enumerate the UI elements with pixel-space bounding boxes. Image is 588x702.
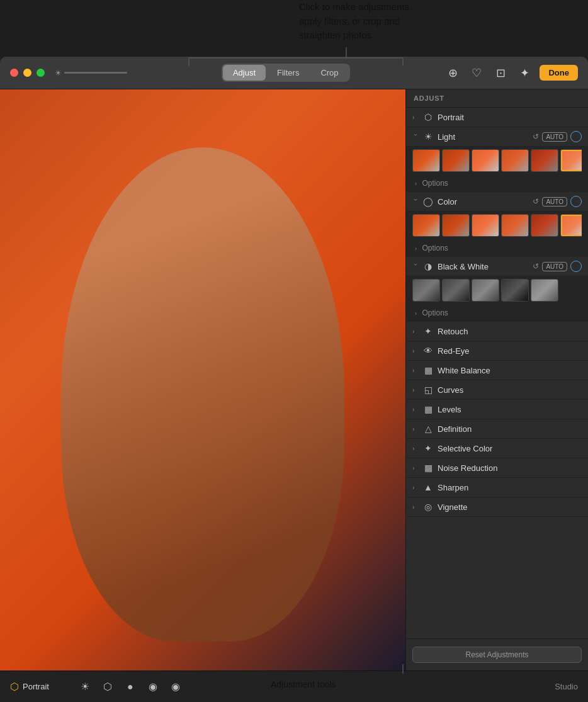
enhance-icon[interactable]: ✦ [516,64,533,82]
light-thumb-4[interactable] [501,149,529,172]
color-controls: ↺ AUTO [533,196,582,207]
done-button[interactable]: Done [540,65,578,81]
tab-filters[interactable]: Filters [267,65,309,81]
sidebar-item-selective-color[interactable]: › ✦ Selective Color [406,439,588,458]
brightness-slider-area: ☀ [55,69,127,77]
chevron-bw: › [412,263,419,269]
sidebar-item-vignette[interactable]: › ◎ Vignette [406,497,588,517]
chevron-curves: › [412,387,419,393]
color-thumb-5[interactable] [531,214,558,237]
light-label: Light [438,132,533,142]
bw-icon: ◑ [422,261,434,272]
color-auto-badge[interactable]: AUTO [542,197,567,207]
light-icon: ☀ [422,131,434,142]
sidebar: ADJUST › ⬡ Portrait › ☀ Light ↺ AUTO [405,89,588,671]
sidebar-item-color[interactable]: › ◯ Color ↺ AUTO [406,192,588,212]
sidebar-item-white-balance[interactable]: › ▦ White Balance [406,361,588,380]
sidebar-item-portrait[interactable]: › ⬡ Portrait [406,108,588,127]
heart-icon[interactable]: ♡ [468,64,485,82]
noise-reduction-label: Noise Reduction [438,463,582,473]
sidebar-item-sharpen[interactable]: › ▲ Sharpen [406,478,588,497]
sun-tool-icon[interactable]: ☀ [78,680,92,694]
light-options-label[interactable]: Options [422,179,448,188]
bw-thumbnails [406,276,588,304]
light-thumb-5[interactable] [531,149,558,172]
curves-label: Curves [438,385,582,395]
chevron-red-eye: › [412,348,419,354]
share-icon[interactable]: ⊡ [492,64,509,82]
content-area: ADJUST › ⬡ Portrait › ☀ Light ↺ AUTO [0,89,588,671]
tab-crop[interactable]: Crop [310,65,348,81]
bw-thumb-1[interactable] [412,279,440,302]
reset-adjustments-button[interactable]: Reset Adjustments [412,647,582,663]
tab-adjust[interactable]: Adjust [223,65,266,81]
levels-label: Levels [438,405,582,414]
light-toggle[interactable] [570,131,582,142]
selective-color-icon: ✦ [422,443,434,454]
chevron-portrait: › [412,114,419,121]
white-balance-icon: ▦ [422,365,434,376]
light-thumb-3[interactable] [472,149,499,172]
brightness-slider[interactable] [64,72,127,74]
color-thumb-3[interactable] [472,214,499,237]
portrait-face [61,147,345,642]
photo-display [0,89,405,671]
light-thumb-6[interactable] [560,149,582,172]
sidebar-item-red-eye[interactable]: › 👁 Red-Eye [406,341,588,361]
sidebar-item-bw[interactable]: › ◑ Black & White ↺ AUTO [406,257,588,276]
minimize-button[interactable] [23,69,31,77]
more-options-icon[interactable]: ⊕ [444,64,461,82]
vignette-label: Vignette [438,502,582,512]
chevron-light: › [412,133,419,140]
bw-controls: ↺ AUTO [533,261,582,272]
light-thumbnails [406,147,588,174]
circle-tool-1-icon[interactable]: ● [123,680,137,694]
color-thumb-4[interactable] [501,214,529,237]
chevron-white-balance: › [412,367,419,374]
color-label: Color [438,197,533,207]
bw-options-label[interactable]: Options [422,309,448,317]
circle-tool-2-icon[interactable]: ◉ [146,680,160,694]
traffic-lights [10,69,45,77]
close-button[interactable] [10,69,18,77]
sidebar-item-definition[interactable]: › △ Definition [406,419,588,439]
maximize-button[interactable] [37,69,45,77]
color-thumb-1[interactable] [412,214,440,237]
reset-bw-icon[interactable]: ↺ [533,262,539,271]
reset-color-icon[interactable]: ↺ [533,197,539,206]
portrait-label-text: Portrait [438,113,582,122]
sidebar-header: ADJUST [406,89,588,108]
circle-tool-3-icon[interactable]: ◉ [169,680,183,694]
sidebar-item-noise-reduction[interactable]: › ▦ Noise Reduction [406,458,588,478]
sharpen-label: Sharpen [438,483,582,492]
bw-thumb-row [412,279,582,302]
portrait-mode-label: ⬡ Portrait [10,681,49,693]
light-thumb-2[interactable] [442,149,470,172]
color-options-label[interactable]: Options [422,244,448,252]
color-thumb-2[interactable] [442,214,470,237]
sidebar-item-retouch[interactable]: › ✦ Retouch [406,322,588,341]
light-auto-badge[interactable]: AUTO [542,132,567,142]
color-options-row: › Options [406,239,588,257]
bw-thumb-2[interactable] [442,279,470,302]
bw-options-row: › Options [406,304,588,322]
bw-thumb-3[interactable] [472,279,499,302]
sidebar-item-light[interactable]: › ☀ Light ↺ AUTO [406,127,588,147]
chevron-vignette: › [412,504,419,511]
light-thumb-1[interactable] [412,149,440,172]
color-thumb-6[interactable] [560,214,582,237]
sidebar-item-levels[interactable]: › ▦ Levels [406,400,588,419]
bw-toggle[interactable] [570,261,582,272]
bw-thumb-4[interactable] [501,279,529,302]
levels-icon: ▦ [422,404,434,415]
reset-light-icon[interactable]: ↺ [533,132,539,141]
sidebar-item-curves[interactable]: › ◱ Curves [406,380,588,400]
color-toggle[interactable] [570,196,582,207]
bw-thumb-5[interactable] [531,279,558,302]
cube-tool-icon[interactable]: ⬡ [101,680,115,694]
light-options-row: › Options [406,174,588,192]
retouch-label: Retouch [438,327,582,336]
chevron-selective-color: › [412,445,419,452]
bw-auto-badge[interactable]: AUTO [542,262,567,271]
noise-reduction-icon: ▦ [422,462,434,473]
